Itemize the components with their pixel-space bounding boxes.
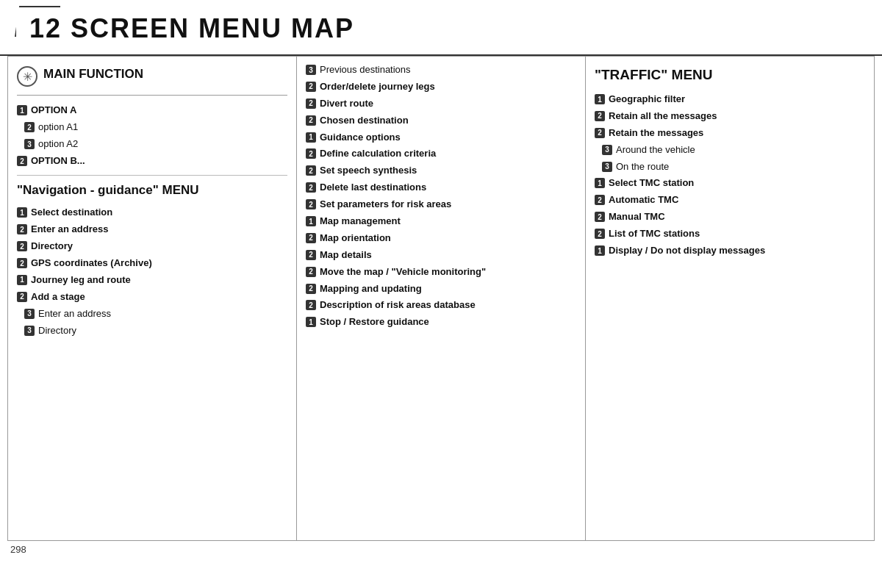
list-item: 2List of TMC stations <box>595 228 865 240</box>
badge: 3 <box>306 65 316 75</box>
list-item: 2Add a stage <box>17 291 287 304</box>
badge: 2 <box>17 241 27 251</box>
badge: 1 <box>17 275 27 285</box>
item-label: Stop / Restore guidance <box>320 316 429 329</box>
list-item: 2Set speech synthesis <box>306 165 576 177</box>
item-label: Move the map / "Vehicle monitoring" <box>320 266 486 279</box>
item-label: Chosen destination <box>320 115 409 127</box>
content-area: ✳ MAIN FUNCTION 1OPTION A2option A13opti… <box>7 56 875 541</box>
main-function-title: MAIN FUNCTION <box>43 67 143 82</box>
item-label: Directory <box>31 240 73 253</box>
item-label: OPTION B... <box>31 155 85 168</box>
item-label: Set speech synthesis <box>320 165 417 177</box>
badge: 2 <box>306 165 316 176</box>
item-label: OPTION A <box>31 104 76 117</box>
badge: 2 <box>306 82 316 92</box>
divider <box>17 175 287 176</box>
item-label: Divert route <box>320 98 373 110</box>
list-item: 2Move the map / "Vehicle monitoring" <box>306 266 576 279</box>
main-function-header: ✳ MAIN FUNCTION <box>17 64 287 96</box>
traffic-items: 1Geographic filter2Retain all the messag… <box>595 93 865 257</box>
badge: 2 <box>306 267 316 277</box>
list-item: 2Order/delete journey legs <box>306 81 576 93</box>
list-item: 3Around the vehicle <box>602 144 865 157</box>
list-item: 3On the route <box>602 161 865 173</box>
list-item: 1Geographic filter <box>595 93 865 106</box>
traffic-title: "TRAFFIC" MENU <box>595 67 865 83</box>
list-item: 1Display / Do not display messages <box>595 245 865 257</box>
badge: 2 <box>306 98 316 109</box>
page-number: 298 <box>0 541 882 558</box>
item-label: Define calculation criteria <box>320 148 436 160</box>
badge: 2 <box>306 115 316 126</box>
column-2: 3Previous destinations2Order/delete jour… <box>297 57 586 540</box>
badge: 1 <box>306 216 316 226</box>
item-label: option A2 <box>38 138 78 151</box>
item-label: Display / Do not display messages <box>609 245 765 257</box>
item-label: Map management <box>320 215 401 228</box>
item-label: Map orientation <box>320 232 391 245</box>
item-label: GPS coordinates (Archive) <box>31 257 152 270</box>
item-label: Select destination <box>31 207 112 219</box>
badge: 2 <box>306 250 316 260</box>
badge: 2 <box>17 224 27 234</box>
item-label: Select TMC station <box>609 177 694 190</box>
page-header: 12 SCREEN MENU MAP <box>0 0 882 56</box>
list-item: 2OPTION B... <box>17 155 287 168</box>
badge: 3 <box>24 309 35 319</box>
item-label: Around the vehicle <box>616 144 695 157</box>
badge: 2 <box>595 229 605 239</box>
list-item: 2Description of risk areas database <box>306 299 576 312</box>
badge: 2 <box>595 128 605 138</box>
item-label: Description of risk areas database <box>320 299 476 312</box>
badge: 2 <box>17 258 27 268</box>
item-label: Directory <box>38 325 76 337</box>
item-label: Set parameters for risk areas <box>320 198 451 211</box>
list-item: 2Manual TMC <box>595 211 865 223</box>
badge: 2 <box>595 111 605 121</box>
list-item: 2Map orientation <box>306 232 576 245</box>
list-item: 1OPTION A <box>17 104 287 117</box>
list-item: 2Retain the messages <box>595 127 865 140</box>
badge: 1 <box>306 317 316 327</box>
badge: 1 <box>595 94 605 104</box>
list-item: 2Retain all the messages <box>595 110 865 123</box>
item-label: Geographic filter <box>609 93 685 106</box>
list-item: 2Enter an address <box>17 223 287 236</box>
item-label: Enter an address <box>38 308 111 320</box>
item-label: Retain all the messages <box>609 110 717 123</box>
item-label: Retain the messages <box>609 127 703 140</box>
list-item: 1Stop / Restore guidance <box>306 316 576 329</box>
badge: 2 <box>306 284 316 294</box>
list-item: 2Mapping and updating <box>306 283 576 295</box>
item-label: Map details <box>320 249 372 262</box>
item-label: Previous destinations <box>320 64 411 76</box>
nav-guidance-items: 1Select destination2Enter an address2Dir… <box>17 207 287 337</box>
column-1: ✳ MAIN FUNCTION 1OPTION A2option A13opti… <box>8 57 297 540</box>
badge: 2 <box>306 148 316 159</box>
nav-guidance-title: "Navigation - guidance" MENU <box>17 183 287 198</box>
list-item: 2Automatic TMC <box>595 194 865 207</box>
badge: 1 <box>17 207 27 218</box>
list-item: 3Directory <box>24 325 287 337</box>
list-item: 1Select TMC station <box>595 177 865 190</box>
item-label: Mapping and updating <box>320 283 422 295</box>
list-item: 1Select destination <box>17 207 287 219</box>
list-item: 2Directory <box>17 240 287 253</box>
list-item: 2GPS coordinates (Archive) <box>17 257 287 270</box>
gear-icon: ✳ <box>17 66 37 87</box>
list-item: 3Enter an address <box>24 308 287 320</box>
item-label: Delete last destinations <box>320 182 426 194</box>
badge: 3 <box>602 145 612 155</box>
badge: 1 <box>17 105 27 115</box>
list-item: 2Divert route <box>306 98 576 110</box>
list-item: 3Previous destinations <box>306 64 576 76</box>
badge: 3 <box>602 162 612 172</box>
item-label: Automatic TMC <box>609 194 678 207</box>
item-label: option A1 <box>38 121 78 134</box>
col2-items: 3Previous destinations2Order/delete jour… <box>306 64 576 329</box>
page-title: 12 SCREEN MENU MAP <box>29 13 354 43</box>
badge: 1 <box>306 132 316 143</box>
list-item: 2Delete last destinations <box>306 182 576 194</box>
main-function-items: 1OPTION A2option A13option A22OPTION B..… <box>17 104 287 168</box>
